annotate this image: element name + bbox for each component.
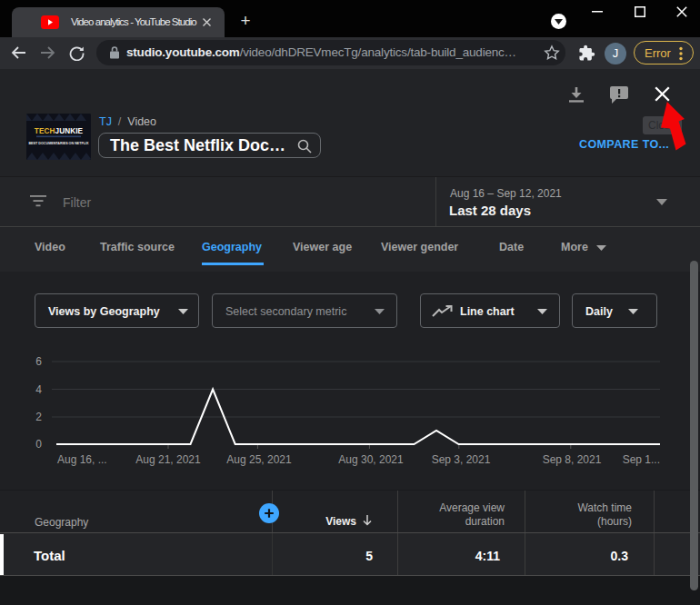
svg-text:Sep 1...: Sep 1... (623, 453, 660, 466)
svg-text:Sep 8, 2021: Sep 8, 2021 (543, 453, 602, 466)
svg-text:Aug 21, 2021: Aug 21, 2021 (135, 453, 201, 466)
svg-text:BEST DOCUMENTARIES ON NETFLIX: BEST DOCUMENTARIES ON NETFLIX (28, 142, 89, 145)
svg-text:Sep 3, 2021: Sep 3, 2021 (432, 453, 491, 466)
svg-text:4: 4 (35, 383, 42, 396)
svg-text:Aug 16, ...: Aug 16, ... (57, 453, 107, 466)
svg-text:Aug 30, 2021: Aug 30, 2021 (338, 453, 404, 466)
svg-text:Aug 25, 2021: Aug 25, 2021 (226, 453, 292, 466)
svg-text:0: 0 (35, 438, 42, 451)
svg-text:2: 2 (35, 411, 42, 423)
svg-text:TECHJUNKIE: TECHJUNKIE (35, 127, 84, 135)
svg-text:6: 6 (35, 356, 42, 368)
